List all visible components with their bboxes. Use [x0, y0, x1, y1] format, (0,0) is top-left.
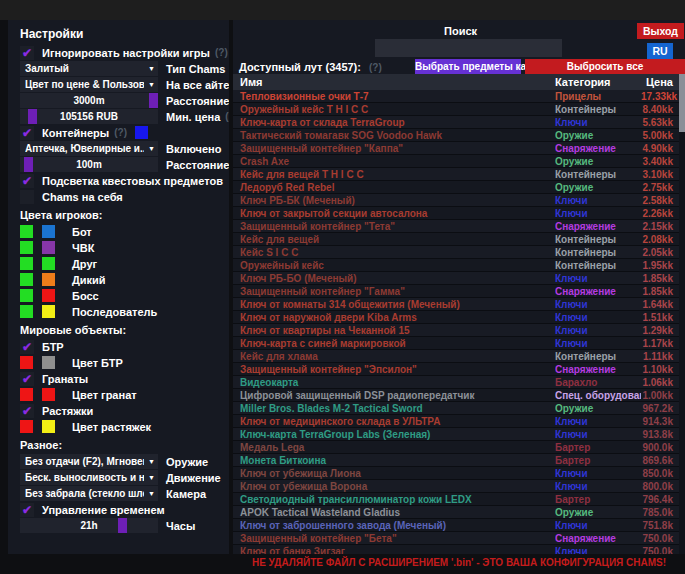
player-type-label: Последователь [72, 306, 157, 318]
config-warning: НЕ УДАЛЯЙТЕ ФАЙЛ С РАСШИРЕНИЕМ '.bin' - … [233, 557, 685, 568]
exit-button[interactable]: Выход [637, 23, 684, 39]
table-row[interactable]: Цифровой защищенный DSP радиопередатчикС… [233, 389, 679, 402]
table-row[interactable]: Оружейный кейс T H I C CКонтейнеры8.40kk [233, 103, 679, 116]
color-swatch-primary[interactable] [20, 257, 33, 270]
scrollbar-thumb[interactable] [679, 74, 685, 132]
table-row[interactable]: Ключ от квартиры на Чеканной 15Ключи1.29… [233, 324, 679, 337]
table-row[interactable]: Ключ от убежища ВоронаКлючи800.0k [233, 480, 679, 493]
color-mode-dropdown[interactable]: Цвет по цене & Пользователь ▼ [20, 77, 158, 92]
color-swatch-primary[interactable] [20, 388, 33, 401]
color-swatch-primary[interactable] [20, 225, 33, 238]
color-swatch-secondary[interactable] [42, 305, 55, 318]
table-row[interactable]: Ключ РБ-БО (Меченый)Ключи1.85kk [233, 272, 679, 285]
table-row[interactable]: Защищенный контейнер "Тета"Снаряжение2.1… [233, 220, 679, 233]
language-button[interactable]: RU [647, 43, 673, 59]
table-row[interactable]: Ледоруб Red RebelОружие2.75kk [233, 181, 679, 194]
table-row[interactable]: Ключ от медицинского склада в УЛЬТРАКлюч… [233, 415, 679, 428]
item-name: Светодиодный трансиллюминатор кожи LEDX [233, 494, 555, 505]
color-swatch-primary[interactable] [20, 356, 33, 369]
table-row[interactable]: Ключ от наружной двери Kiba ArmsКлючи1.5… [233, 311, 679, 324]
table-row[interactable]: Ключ от комнаты 314 общежития (Меченый)К… [233, 298, 679, 311]
table-scrollbar[interactable] [679, 74, 685, 554]
containers-checkbox[interactable] [20, 126, 34, 140]
table-row[interactable]: Защищенный контейнер "Гамма"Снаряжение1.… [233, 285, 679, 298]
select-kappa-items-button[interactable]: Выбрать предметы каппа [415, 59, 521, 74]
chams-type-dropdown[interactable]: Залитый ▼ [20, 61, 158, 76]
table-row[interactable]: Кейс для вещейКонтейнеры2.08kk [233, 233, 679, 246]
weapon-label: Оружие [166, 456, 208, 468]
drop-all-button[interactable]: Выбросить все [525, 59, 685, 74]
color-swatch-primary[interactable] [20, 273, 33, 286]
color-swatch-secondary[interactable] [42, 388, 55, 401]
color-swatch-secondary[interactable] [42, 289, 55, 302]
ignore-game-settings-checkbox[interactable] [20, 46, 34, 60]
help-hint: (?) [369, 62, 382, 73]
table-row[interactable]: Miller Bros. Blades M-2 Tactical SwordОр… [233, 402, 679, 415]
container-types-dropdown[interactable]: Аптечка, Ювелирные и... ▼ [20, 141, 158, 156]
color-swatch-primary[interactable] [20, 420, 33, 433]
table-row[interactable]: Защищенный контейнер "Эпсилон"Снаряжение… [233, 363, 679, 376]
table-row[interactable]: Защищенный контейнер "Каппа"Снаряжение4.… [233, 142, 679, 155]
item-category: Прицелы [555, 91, 641, 102]
table-row[interactable]: Тепловизионные очки Т-7Прицелы17.33kk [233, 90, 679, 103]
table-row[interactable]: Ключ-карта от склада TerraGroupКлючи5.63… [233, 116, 679, 129]
item-name: Оружейный кейс [233, 260, 555, 271]
quest-highlight-checkbox[interactable] [20, 174, 34, 188]
color-swatch-primary[interactable] [20, 305, 33, 318]
slider-handle[interactable] [118, 518, 127, 533]
tripwires-checkbox[interactable] [20, 404, 34, 418]
color-swatch-secondary[interactable] [42, 225, 55, 238]
min-price-slider[interactable]: 105156 RUB [20, 109, 158, 124]
containers-color-swatch[interactable] [135, 126, 148, 139]
table-row[interactable]: Светодиодный трансиллюминатор кожи LEDXБ… [233, 493, 679, 506]
item-price: 5.63kk [641, 117, 679, 128]
container-distance-slider[interactable]: 100m [20, 157, 158, 172]
table-row[interactable]: Ключ от банка ЗигзагКлючи750.0k [233, 545, 679, 554]
column-header-name[interactable]: Имя [233, 76, 555, 88]
table-row[interactable]: Кейс для вещей T H I C CКонтейнеры3.10kk [233, 168, 679, 181]
table-row[interactable]: Ключ от закрытой секции автосалонаКлючи2… [233, 207, 679, 220]
camera-dropdown[interactable]: Без забрала (стекло шлема) ▼ [20, 486, 158, 501]
btr-checkbox[interactable] [20, 340, 34, 354]
table-row[interactable]: Ключ от заброшенного завода (Меченый)Клю… [233, 519, 679, 532]
color-swatch-secondary[interactable] [42, 241, 55, 254]
table-row[interactable]: Ключ-карта с синей маркировкойКлючи1.17k… [233, 337, 679, 350]
color-swatch-secondary[interactable] [42, 420, 55, 433]
table-row[interactable]: Монета БиткоинаБартер869.6k [233, 454, 679, 467]
weapon-dropdown[interactable]: Без отдачи (F2), Мгновенное п ▼ [20, 454, 158, 469]
time-control-checkbox[interactable] [20, 503, 34, 517]
table-row[interactable]: APOK Tactical Wasteland GladiusОружие785… [233, 506, 679, 519]
table-row[interactable]: Оружейный кейсКонтейнеры1.95kk [233, 259, 679, 272]
table-row[interactable]: Crash AxeОружие3.40kk [233, 155, 679, 168]
column-header-category[interactable]: Категория [555, 76, 641, 88]
color-swatch-primary[interactable] [20, 241, 33, 254]
table-row[interactable]: Ключ РБ-БК (Меченый)Ключи2.58kk [233, 194, 679, 207]
table-row[interactable]: Защищенный контейнер "Бета"Снаряжение750… [233, 532, 679, 545]
item-name: Ключ от медицинского склада в УЛЬТРА [233, 416, 555, 427]
color-swatch-secondary[interactable] [42, 273, 55, 286]
table-row[interactable]: Ключ от убежища ЛионаКлючи850.0k [233, 467, 679, 480]
search-input[interactable] [375, 39, 562, 57]
hours-row: 21h Часы [20, 518, 229, 533]
hours-slider[interactable]: 21h [20, 518, 158, 533]
table-row[interactable]: Медаль LegaБартер900.0k [233, 441, 679, 454]
color-swatch-secondary[interactable] [42, 257, 55, 270]
slider-handle[interactable] [149, 93, 158, 108]
table-row[interactable]: ВидеокартаБарахло1.06kk [233, 376, 679, 389]
item-price: 750.0k [641, 533, 679, 544]
color-swatch-secondary[interactable] [42, 356, 55, 369]
chams-self-checkbox[interactable] [20, 190, 34, 204]
slider-handle[interactable] [28, 109, 37, 124]
table-row[interactable]: Кейс для хламаКонтейнеры1.11kk [233, 350, 679, 363]
movement-dropdown[interactable]: Беск. выносливость и нет уста ▼ [20, 470, 158, 485]
table-row[interactable]: Тактический томагавк SOG Voodoo HawkОруж… [233, 129, 679, 142]
item-price: 2.75kk [641, 182, 679, 193]
table-row[interactable]: Кейс S I C CКонтейнеры2.05kk [233, 246, 679, 259]
table-row[interactable]: Ключ-карта TerraGroup Labs (Зеленая)Ключ… [233, 428, 679, 441]
slider-handle[interactable] [24, 157, 33, 172]
grenades-checkbox[interactable] [20, 372, 34, 386]
distance-slider[interactable]: 3000m [20, 93, 158, 108]
column-header-price[interactable]: Цена [641, 76, 679, 88]
player-type-label: ЧВК [72, 242, 94, 254]
color-swatch-primary[interactable] [20, 289, 33, 302]
